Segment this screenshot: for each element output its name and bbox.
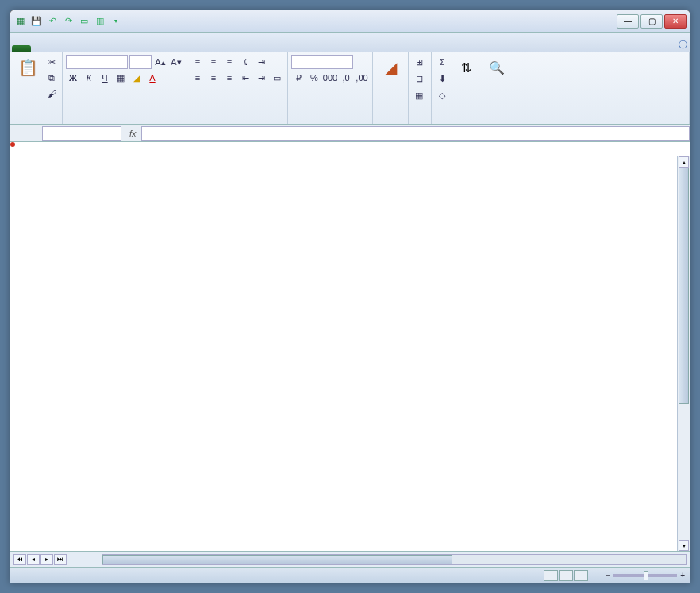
font-group: A▴ A▾ Ж К Ч ▦ ◢ А xyxy=(63,52,187,124)
format-painter-icon[interactable]: 🖌 xyxy=(44,87,59,101)
styles-button[interactable]: ◢ xyxy=(376,55,405,81)
find-icon: 🔍 xyxy=(486,56,508,79)
help-icon[interactable]: ⓘ xyxy=(675,37,690,52)
quick-access-toolbar: ▦ 💾 ↶ ↷ ▭ ▥ ▾ xyxy=(13,14,123,29)
clear-icon[interactable]: ◇ xyxy=(435,88,449,102)
clipboard-group: 📋 ✂ ⧉ 🖌 xyxy=(10,52,63,124)
fill-color-icon[interactable]: ◢ xyxy=(129,71,144,85)
hscroll-thumb[interactable] xyxy=(102,555,452,564)
increase-indent-icon[interactable]: ⇥ xyxy=(254,71,268,85)
cells-group: ⊞ ⊟ ▦ xyxy=(409,52,432,124)
align-middle-icon[interactable]: ≡ xyxy=(206,55,221,69)
percent-icon[interactable]: % xyxy=(307,71,321,85)
orientation-icon[interactable]: ⤹ xyxy=(238,55,252,69)
selection-highlight xyxy=(10,142,15,147)
format-cells-icon: ▦ xyxy=(412,88,426,102)
sheet-tabs-bar: ⏮ ◂ ▸ ⏭ xyxy=(10,551,690,567)
currency-icon[interactable]: ₽ xyxy=(291,71,306,85)
grow-font-icon[interactable]: A▴ xyxy=(153,55,167,69)
qat-icon-1[interactable]: ▭ xyxy=(77,14,91,29)
sort-icon: ⇅ xyxy=(455,56,477,79)
maximize-button[interactable]: ▢ xyxy=(640,14,663,29)
grid-scroll[interactable]: ▴ ▾ xyxy=(10,142,690,551)
formula-input[interactable] xyxy=(141,126,690,141)
align-right-icon[interactable]: ≡ xyxy=(222,71,237,85)
zoom-in-button[interactable]: + xyxy=(680,571,685,580)
alignment-group: ≡ ≡ ≡ ⤹ ⇥ ≡ ≡ ≡ ⇤ ⇥ ▭ xyxy=(187,52,288,124)
increase-decimal-icon[interactable]: ,0 xyxy=(339,71,353,85)
zoom-slider[interactable] xyxy=(613,574,677,577)
page-break-view-button[interactable] xyxy=(574,570,588,581)
shrink-font-icon[interactable]: A▾ xyxy=(169,55,183,69)
font-size-dropdown[interactable] xyxy=(129,55,152,69)
editing-label xyxy=(435,121,686,122)
wrap-text-icon[interactable]: ⇥ xyxy=(254,55,268,69)
horizontal-scrollbar[interactable] xyxy=(102,554,687,565)
merge-icon[interactable]: ▭ xyxy=(270,71,284,85)
delete-cells-icon: ⊟ xyxy=(412,71,426,86)
sheet-nav-first-icon[interactable]: ⏮ xyxy=(13,554,26,565)
cut-icon[interactable]: ✂ xyxy=(44,55,59,69)
paste-icon: 📋 xyxy=(17,56,39,79)
undo-icon[interactable]: ↶ xyxy=(45,14,60,29)
grid-area: ▴ ▾ ⏮ ◂ ▸ ⏭ xyxy=(10,142,690,567)
border-icon[interactable]: ▦ xyxy=(113,71,128,85)
copy-icon[interactable]: ⧉ xyxy=(44,71,59,85)
decrease-decimal-icon[interactable]: ,00 xyxy=(355,71,369,85)
align-center-icon[interactable]: ≡ xyxy=(206,71,221,85)
font-label xyxy=(66,121,183,122)
fill-icon[interactable]: ⬇ xyxy=(435,71,449,86)
fx-icon[interactable]: fx xyxy=(125,129,141,138)
normal-view-button[interactable] xyxy=(544,570,558,581)
window-buttons: — ▢ ✕ xyxy=(617,14,687,29)
italic-icon[interactable]: К xyxy=(82,71,96,85)
insert-cells-icon: ⊞ xyxy=(412,55,426,69)
number-format-dropdown[interactable] xyxy=(291,55,353,69)
font-color-icon[interactable]: А xyxy=(145,71,160,85)
ribbon: 📋 ✂ ⧉ 🖌 A▴ A▾ Ж xyxy=(10,52,690,125)
sheet-nav: ⏮ ◂ ▸ ⏭ xyxy=(10,554,70,565)
minimize-button[interactable]: — xyxy=(617,14,639,29)
styles-icon: ◢ xyxy=(379,56,402,79)
cells-label xyxy=(412,121,428,122)
paste-button[interactable]: 📋 xyxy=(13,55,42,81)
insert-cells-button[interactable]: ⊞ xyxy=(412,55,428,69)
vertical-scrollbar[interactable]: ▴ ▾ xyxy=(677,156,690,551)
autosum-icon[interactable]: Σ xyxy=(435,55,449,69)
bold-icon[interactable]: Ж xyxy=(66,71,80,85)
redo-icon[interactable]: ↷ xyxy=(61,14,75,29)
excel-window: ▦ 💾 ↶ ↷ ▭ ▥ ▾ — ▢ ✕ ⓘ 📋 xyxy=(10,10,690,583)
find-select-button[interactable]: 🔍 xyxy=(483,55,511,81)
page-layout-view-button[interactable] xyxy=(559,570,573,581)
qat-dropdown-icon[interactable]: ▾ xyxy=(109,14,123,29)
vscroll-thumb[interactable] xyxy=(679,168,689,404)
zoom-out-button[interactable]: − xyxy=(606,571,610,580)
scroll-down-icon[interactable]: ▾ xyxy=(679,540,689,551)
styles-group: ◢ xyxy=(373,52,409,124)
number-group: ₽ % 000 ,0 ,00 xyxy=(288,52,373,124)
format-cells-button[interactable]: ▦ xyxy=(412,88,428,102)
name-box[interactable] xyxy=(42,126,121,141)
status-bar: − + xyxy=(10,567,690,583)
align-top-icon[interactable]: ≡ xyxy=(190,55,205,69)
scroll-up-icon[interactable]: ▴ xyxy=(679,156,689,168)
align-bottom-icon[interactable]: ≡ xyxy=(222,55,237,69)
comma-icon[interactable]: 000 xyxy=(323,71,337,85)
font-name-dropdown[interactable] xyxy=(66,55,128,69)
sheet-nav-next-icon[interactable]: ▸ xyxy=(40,554,53,565)
sort-filter-button[interactable]: ⇅ xyxy=(452,55,480,81)
ribbon-tabs: ⓘ xyxy=(10,33,690,52)
underline-icon[interactable]: Ч xyxy=(98,71,112,85)
decrease-indent-icon[interactable]: ⇤ xyxy=(238,71,252,85)
editing-group: Σ ⬇ ◇ ⇅ 🔍 xyxy=(432,52,690,124)
sheet-nav-prev-icon[interactable]: ◂ xyxy=(27,554,40,565)
align-left-icon[interactable]: ≡ xyxy=(190,71,205,85)
close-button[interactable]: ✕ xyxy=(664,14,687,29)
titlebar: ▦ 💾 ↶ ↷ ▭ ▥ ▾ — ▢ ✕ xyxy=(10,10,690,33)
qat-icon-2[interactable]: ▥ xyxy=(93,14,107,29)
number-label xyxy=(291,121,369,122)
file-tab[interactable] xyxy=(12,45,31,52)
delete-cells-button[interactable]: ⊟ xyxy=(412,71,428,86)
sheet-nav-last-icon[interactable]: ⏭ xyxy=(54,554,67,565)
save-icon[interactable]: 💾 xyxy=(29,14,44,29)
